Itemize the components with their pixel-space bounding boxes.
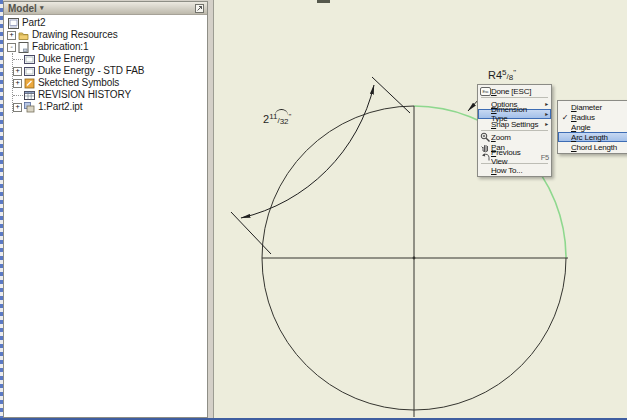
browser-panel-header: Model ▾ (4, 2, 207, 15)
shortcut-label: F5 (541, 153, 549, 162)
menu-separator (481, 97, 548, 98)
submenu-item-chord-length[interactable]: Chord Length (558, 142, 627, 152)
esc-key-icon: Esc (479, 86, 491, 97)
arc-length-dimension[interactable] (231, 77, 410, 254)
titleblock-icon (24, 66, 35, 77)
previous-view-icon (479, 152, 491, 163)
drawing-document-icon (8, 18, 19, 29)
tree-item-label: Drawing Resources (32, 29, 118, 41)
expand-plus-icon[interactable]: + (7, 31, 16, 40)
tree-item-part2-ipt[interactable]: + 1:Part2.ipt (13, 101, 207, 113)
tree-item-drawing-resources[interactable]: + Drawing Resources (4, 29, 207, 41)
submenu-item-angle[interactable]: Angle (558, 122, 627, 132)
menu-item-zoom[interactable]: Zoom (478, 132, 551, 142)
tree-connector (13, 59, 23, 60)
tree-connector (13, 95, 23, 96)
submenu-arrow-icon: ► (542, 121, 549, 127)
application-window: 211/32" R45/8" Model ▾ (0, 0, 627, 420)
dim-unit: " (513, 68, 516, 77)
expand-plus-icon[interactable]: + (13, 67, 22, 76)
extension-tick-bottom (231, 212, 271, 254)
expand-plus-icon[interactable]: + (13, 103, 22, 112)
center-point[interactable] (413, 257, 416, 260)
menu-item-dimension-type[interactable]: Dimension Type ► (478, 109, 551, 119)
dimension-type-submenu: Diameter ✓ Radius Angle Arc Length Chord… (557, 100, 627, 154)
panel-dock-edge (0, 0, 3, 420)
tree-item-revision-history[interactable]: REVISION HISTORY (13, 89, 207, 101)
fabrication-children: Duke Energy + Duke Energy - STD FAB + (12, 53, 207, 113)
tree-item-part2[interactable]: Part2 (4, 17, 207, 29)
tree-item-label: Fabrication:1 (32, 41, 89, 53)
folder-icon (18, 30, 29, 41)
menu-item-done[interactable]: Esc Done [ESC] (478, 86, 551, 96)
checkmark-icon: ✓ (559, 113, 571, 122)
panel-undock-button[interactable] (194, 3, 205, 14)
clipped-artifact (317, 0, 330, 3)
menu-separator (481, 130, 548, 131)
submenu-item-arc-length[interactable]: Arc Length (558, 132, 627, 142)
dim-radius-prefix: R4 (488, 69, 502, 81)
dim-denominator: 32 (280, 117, 289, 126)
drawing-canvas[interactable]: 211/32" R45/8" (213, 0, 627, 418)
tree-item-label: Duke Energy - STD FAB (38, 65, 144, 77)
tree-item-label: Duke Energy (38, 53, 95, 65)
collapse-minus-icon[interactable]: - (7, 43, 16, 52)
svg-text:Esc: Esc (482, 89, 488, 94)
radius-dimension-text[interactable]: R45/8" (488, 68, 516, 82)
submenu-arrow-icon: ► (542, 111, 549, 117)
browser-title-dropdown[interactable]: Model ▾ (8, 3, 43, 14)
model-browser-panel: Model ▾ Part2 + (3, 1, 208, 418)
menu-item-snap-settings[interactable]: Snap Settings ► (478, 119, 551, 129)
tree-item-duke-energy[interactable]: Duke Energy (13, 53, 207, 65)
part-file-icon (24, 102, 35, 113)
context-menu: Esc Done [ESC] Options ► Dimension Type … (477, 84, 552, 177)
tree-item-label: Sketched Symbols (38, 77, 119, 89)
arc-length-dimension-text[interactable]: 211/32" (263, 112, 291, 126)
sheet-icon (18, 42, 29, 53)
tree-item-label: 1:Part2.ipt (38, 101, 82, 113)
panel-title: Model (8, 3, 37, 14)
menu-item-previous-view[interactable]: Previous View F5 (478, 152, 551, 162)
titleblock-icon (24, 54, 35, 65)
tree-item-duke-energy-std-fab[interactable]: + Duke Energy - STD FAB (13, 65, 207, 77)
tree-item-sketched-symbols[interactable]: + Sketched Symbols (13, 77, 207, 89)
dim-unit: " (289, 112, 292, 121)
table-icon (24, 90, 35, 101)
menu-item-how-to[interactable]: How To... (478, 165, 551, 175)
tree-item-label: REVISION HISTORY (38, 89, 131, 101)
arc-length-symbol-icon (275, 109, 288, 115)
tree-item-label: Part2 (22, 17, 45, 29)
panel-undock-icon (195, 4, 204, 13)
submenu-item-diameter[interactable]: Diameter (558, 102, 627, 112)
tree-item-fabrication[interactable]: - Fabrication:1 (4, 41, 207, 53)
submenu-item-radius[interactable]: ✓ Radius (558, 112, 627, 122)
expand-plus-icon[interactable]: + (13, 79, 22, 88)
sketch-svg (214, 0, 627, 418)
model-tree: Part2 + Drawing Resources - Fabrication:… (4, 15, 207, 113)
submenu-arrow-icon: ► (542, 101, 549, 107)
chevron-down-icon: ▾ (40, 4, 44, 12)
dimension-arc (241, 85, 374, 218)
sketched-symbol-icon (24, 78, 35, 89)
